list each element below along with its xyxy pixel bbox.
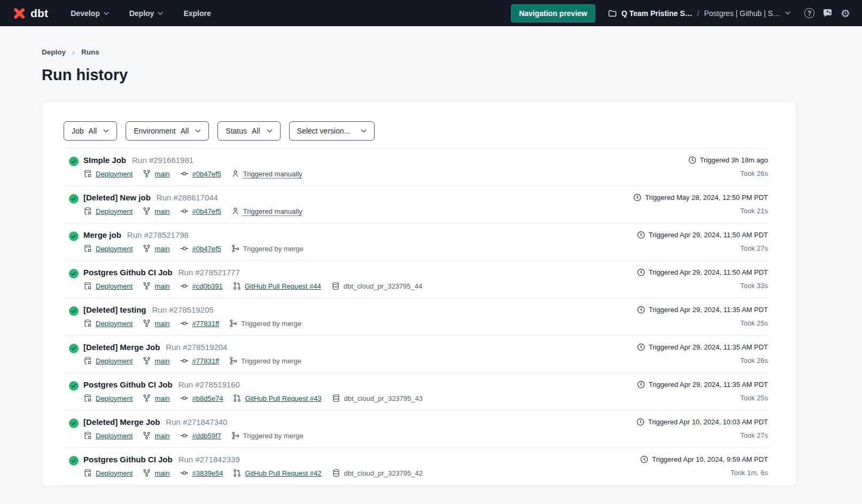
pull-request-link[interactable]: GitHub Pull Request #44 <box>245 282 321 290</box>
status-filter-dropdown[interactable]: Status All <box>218 121 280 141</box>
branch-link[interactable]: main <box>154 394 169 402</box>
environment-link[interactable]: Deployment <box>96 394 133 402</box>
branch-link[interactable]: main <box>154 432 169 440</box>
run-main: Merge job Run #278521798 <box>83 230 304 253</box>
commit-link[interactable]: #77831ff <box>192 357 219 365</box>
branch-link[interactable]: main <box>154 245 169 253</box>
menu-develop[interactable]: Develop <box>71 9 108 18</box>
chevron-down-icon <box>104 11 109 15</box>
git-commit-icon <box>180 356 189 365</box>
commit-link[interactable]: #0b47ef5 <box>192 207 221 215</box>
menu-explore[interactable]: Explore <box>183 9 211 18</box>
settings-gear-icon[interactable]: ⚙ <box>841 8 850 19</box>
run-success-icon <box>69 381 79 393</box>
duration-text: Took 26s <box>740 356 768 365</box>
git-commit-icon <box>180 207 189 215</box>
commit-group: #ddb59f7 <box>180 431 221 440</box>
dbt-logo[interactable]: dbt <box>12 6 48 21</box>
pull-request-link[interactable]: GitHub Pull Request #42 <box>245 469 321 477</box>
run-name-link[interactable]: Postgres Github CI Job <box>83 268 173 277</box>
environment-link[interactable]: Deployment <box>96 245 133 253</box>
commit-link[interactable]: #cd0b391 <box>192 282 223 290</box>
run-name-link[interactable]: Postgres Github CI Job <box>83 455 173 464</box>
run-name-link[interactable]: [Deleted] Merge Job <box>83 343 160 352</box>
navigation-preview-button[interactable]: Navigation preview <box>511 4 595 22</box>
breadcrumb-runs[interactable]: Runs <box>81 48 99 56</box>
environment-filter-dropdown[interactable]: Environment All <box>126 121 209 141</box>
trigger-label[interactable]: Triggered by merge <box>243 245 304 253</box>
trigger-label[interactable]: Triggered by merge <box>241 320 301 328</box>
environment-link[interactable]: Deployment <box>96 207 133 215</box>
help-icon[interactable]: ? <box>804 8 814 18</box>
breadcrumb-separator-icon: › <box>72 48 75 57</box>
deployment-database-icon <box>83 244 92 253</box>
trigger-label[interactable]: Triggered manually <box>243 207 302 215</box>
run-name-link[interactable]: [Deleted] New job <box>83 193 151 202</box>
triggered-line: Triggered Apr 29, 2024, 11:35 AM PDT <box>637 381 768 389</box>
commit-link[interactable]: #ddb59f7 <box>192 432 221 440</box>
top-navbar: dbt Develop Deploy Explore Navigation pr… <box>0 0 862 26</box>
pull-request-link[interactable]: GitHub Pull Request #43 <box>245 394 321 402</box>
schema-database-icon <box>332 394 340 402</box>
run-timing: Triggered Apr 10, 2024, 10:03 AM PDT Too… <box>636 417 768 439</box>
triggered-line: Triggered Apr 29, 2024, 11:35 AM PDT <box>637 306 768 314</box>
main-menu: Develop Deploy Explore <box>71 9 211 18</box>
branch-link[interactable]: main <box>154 469 169 477</box>
commit-group: #0b47ef5 <box>180 244 221 253</box>
run-main: Postgres Github CI Job Run #278521777 <box>83 268 422 290</box>
clock-icon <box>640 455 648 463</box>
trigger-group: Triggered by merge <box>229 356 301 365</box>
clock-icon <box>637 343 645 351</box>
clock-icon <box>637 306 645 314</box>
clock-icon <box>637 381 645 389</box>
branch-link[interactable]: main <box>154 170 169 178</box>
schema-database-icon <box>332 469 340 477</box>
environment-link[interactable]: Deployment <box>96 357 133 365</box>
commit-link[interactable]: #77831ff <box>192 320 219 328</box>
branch-link[interactable]: main <box>154 282 169 290</box>
run-name-link[interactable]: Merge job <box>83 230 121 239</box>
run-main: [Deleted] Merge Job Run #278519204 <box>83 343 301 365</box>
run-row: [Deleted] testing Run #278519205 <box>64 298 768 336</box>
trigger-group: Triggered manually <box>231 169 302 178</box>
menu-deploy[interactable]: Deploy <box>129 9 164 18</box>
commit-link[interactable]: #b8d5e74 <box>192 394 223 402</box>
commit-link[interactable]: #3839e54 <box>192 469 223 477</box>
breadcrumb-deploy[interactable]: Deploy <box>42 48 66 56</box>
account-project-selector[interactable]: Q Team Pristine S… / Postgres | Github |… <box>608 9 790 18</box>
environment-link[interactable]: Deployment <box>96 282 133 290</box>
run-name-link[interactable]: Postgres Github CI Job <box>83 380 173 389</box>
pull-request-group: GitHub Pull Request #43 <box>233 394 321 402</box>
run-title-line: Merge job Run #278521798 <box>83 230 304 239</box>
branch-link[interactable]: main <box>154 320 169 328</box>
environment-link[interactable]: Deployment <box>96 320 133 328</box>
environment-link[interactable]: Deployment <box>96 469 133 477</box>
trigger-label[interactable]: Triggered by merge <box>243 432 304 440</box>
run-name-link[interactable]: [Deleted] Merge Job <box>83 417 160 427</box>
git-branch-icon <box>143 356 151 365</box>
status-filter-label: Status <box>226 127 247 135</box>
commit-link[interactable]: #0b47ef5 <box>192 245 221 253</box>
version-filter-dropdown[interactable]: Select version... <box>289 121 375 141</box>
trigger-label[interactable]: Triggered manually <box>243 170 302 178</box>
deployment-database-icon <box>83 431 92 440</box>
trigger-group: Triggered by merge <box>231 244 304 253</box>
run-name-link[interactable]: SImple Job <box>83 156 126 165</box>
environment-filter-label: Environment <box>134 127 176 135</box>
branch-link[interactable]: main <box>154 207 169 215</box>
environment-link[interactable]: Deployment <box>96 170 133 178</box>
trigger-label[interactable]: Triggered by merge <box>241 357 301 365</box>
run-timing: Triggered Apr 29, 2024, 11:50 AM PDT Too… <box>637 230 768 252</box>
run-name-link[interactable]: [Deleted] testing <box>83 305 146 314</box>
job-filter-dropdown[interactable]: Job All <box>64 121 117 141</box>
branch-link[interactable]: main <box>154 357 169 365</box>
user-icon <box>231 169 239 178</box>
clock-icon <box>636 418 644 426</box>
git-merge-icon <box>229 356 237 365</box>
schema-group: dbt_cloud_pr_323795_42 <box>332 469 423 477</box>
environment-link[interactable]: Deployment <box>96 432 133 440</box>
run-number: Run #291661981 <box>132 156 193 165</box>
commit-link[interactable]: #0b47ef5 <box>192 170 221 178</box>
feedback-icon[interactable] <box>822 9 833 18</box>
run-success-icon <box>69 269 79 281</box>
